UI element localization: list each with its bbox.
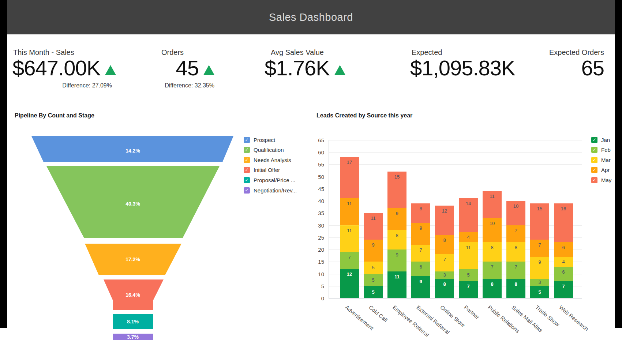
- y-axis-tick-label: 10: [302, 271, 324, 277]
- bar-segment-value: 7: [506, 228, 525, 233]
- bar-segment-value: 14: [459, 201, 478, 206]
- legend-label: Initial Offer: [254, 167, 280, 173]
- funnel-segment-value: 8.1%: [127, 319, 139, 324]
- gridline: [329, 164, 582, 165]
- kpi-label: Orders: [161, 48, 184, 56]
- legend-checkbox-icon[interactable]: ✓: [244, 157, 250, 163]
- bar-segment-value: 7: [554, 284, 573, 289]
- legend-checkbox-icon[interactable]: ✓: [591, 167, 597, 173]
- y-axis-tick-label: 30: [302, 223, 324, 228]
- funnel-segment-value: 3.7%: [127, 334, 139, 340]
- kpi-difference: Difference: 27.09%: [62, 82, 112, 89]
- funnel-legend-item-negotiation-rev[interactable]: ✓Negotiation/Rev...: [244, 187, 297, 194]
- dashboard-card: Sales Dashboard This Month - Sales $647.…: [7, 0, 615, 362]
- bar-segment-value: 6: [411, 264, 430, 270]
- y-axis-tick-label: 40: [302, 198, 324, 204]
- bar-segment-value: 11: [387, 274, 406, 279]
- kpi-label: Expected: [412, 48, 442, 56]
- bar-segment-value: 9: [387, 252, 406, 258]
- bar-segment-value: 7: [459, 284, 478, 289]
- bar-segment-value: 6: [554, 245, 573, 250]
- bar-segment-value: 10: [506, 203, 525, 209]
- bar-segment-value: 15: [530, 206, 549, 211]
- y-axis-tick-label: 25: [302, 235, 324, 240]
- dashboard-header: Sales Dashboard: [7, 0, 615, 34]
- legend-label: Jan: [601, 137, 610, 143]
- y-axis-tick-label: 5: [302, 284, 324, 289]
- legend-checkbox-icon[interactable]: ✓: [591, 177, 597, 183]
- funnel-legend-item-proposal-price[interactable]: ✓Proposal/Price ...: [244, 177, 295, 183]
- bar-segment-value: 7: [506, 264, 525, 270]
- bar-segment-value: 9: [387, 211, 406, 216]
- bar-segment-value: 11: [340, 228, 359, 233]
- legend-checkbox-icon[interactable]: ✓: [591, 147, 597, 153]
- legend-label: Proposal/Price ...: [254, 177, 295, 183]
- funnel-segment-value: 17.2%: [125, 256, 140, 262]
- bar-segment-value: 7: [435, 257, 454, 262]
- bar-segment-value: 8: [506, 245, 525, 250]
- bar-segment-value: 12: [435, 208, 454, 214]
- funnel-chart-title: Pipeline By Count and Stage: [15, 112, 94, 119]
- funnel-legend-item-qualification[interactable]: ✓Qualification: [244, 147, 284, 153]
- legend-checkbox-icon[interactable]: ✓: [591, 137, 597, 143]
- bar-segment-value: 8: [387, 233, 406, 238]
- legend-checkbox-icon[interactable]: ✓: [244, 137, 250, 143]
- trend-up-icon: [334, 65, 345, 75]
- bar-segment-value: 8: [506, 281, 525, 287]
- y-axis-tick-label: 65: [302, 138, 324, 143]
- bar-segment-value: 16: [554, 206, 573, 211]
- legend-checkbox-icon[interactable]: ✓: [244, 177, 250, 183]
- gridline: [329, 140, 582, 140]
- legend-checkbox-icon[interactable]: ✓: [244, 167, 250, 173]
- x-axis-category-label: Partner: [463, 304, 481, 320]
- gridline: [329, 189, 582, 189]
- bar-segment-value: 4: [459, 234, 478, 240]
- bar-segment-value: 8: [483, 281, 502, 287]
- bar-segment-value: 9: [530, 259, 549, 265]
- kpi-label: This Month - Sales: [13, 48, 74, 56]
- bar-legend-item-apr[interactable]: ✓Apr: [591, 167, 610, 173]
- y-axis-tick-label: 20: [302, 247, 324, 252]
- legend-checkbox-icon[interactable]: ✓: [244, 187, 250, 194]
- gridline: [329, 152, 582, 153]
- y-axis-tick-label: 45: [302, 186, 324, 192]
- bar-segment-value: 5: [459, 272, 478, 278]
- y-axis-tick-label: 50: [302, 174, 324, 180]
- page: Sales Dashboard This Month - Sales $647.…: [0, 0, 622, 364]
- bar-segment-value: 11: [459, 245, 478, 250]
- background-matte-left: [0, 0, 7, 328]
- bar-segment-value: 8: [483, 245, 502, 250]
- funnel-legend-item-initial-offer[interactable]: ✓Initial Offer: [244, 167, 280, 173]
- x-axis-category-label: Web Research: [558, 304, 590, 332]
- legend-checkbox-icon[interactable]: ✓: [591, 157, 597, 163]
- bar-chart-title: Leads Created by Source this year: [316, 112, 412, 119]
- bar-segment-value: 4: [554, 259, 573, 264]
- bar-legend-item-jan[interactable]: ✓Jan: [591, 136, 610, 143]
- bar-legend-item-mar[interactable]: ✓Mar: [591, 157, 611, 163]
- background-matte-right: [615, 0, 622, 328]
- bar-legend-item-feb[interactable]: ✓Feb: [591, 147, 611, 153]
- trend-up-icon: [203, 65, 214, 75]
- bar-segment-value: 7: [530, 242, 549, 248]
- kpi-value: $1,095.83K: [410, 57, 515, 79]
- bar-segment-value: 3: [435, 272, 454, 278]
- bar-legend-item-may[interactable]: ✓May: [591, 177, 611, 183]
- funnel-legend-item-prospect[interactable]: ✓Prospect: [244, 136, 275, 143]
- gridline: [329, 201, 582, 201]
- bar-segment-value: 7: [340, 255, 359, 260]
- funnel-legend-item-needs-analysis[interactable]: ✓Needs Analysis: [244, 157, 291, 163]
- kpi-value: 45: [176, 57, 199, 79]
- bar-segment-value: 12: [340, 271, 359, 277]
- bar-segment-value: 9: [411, 225, 430, 231]
- bar-segment-value: 9: [364, 242, 383, 248]
- legend-checkbox-icon[interactable]: ✓: [244, 147, 250, 153]
- bar-segment-value: 11: [340, 201, 359, 206]
- bar-segment-value: 11: [483, 194, 502, 199]
- legend-label: Apr: [601, 167, 610, 173]
- bar-segment-value: 8: [435, 237, 454, 243]
- y-axis-tick-label: 35: [302, 210, 324, 216]
- legend-label: Needs Analysis: [254, 157, 291, 163]
- legend-label: May: [601, 177, 611, 183]
- funnel-chart: 14.2%40.3%17.2%16.4%8.1%3.7%: [22, 132, 242, 344]
- gridline: [329, 177, 582, 177]
